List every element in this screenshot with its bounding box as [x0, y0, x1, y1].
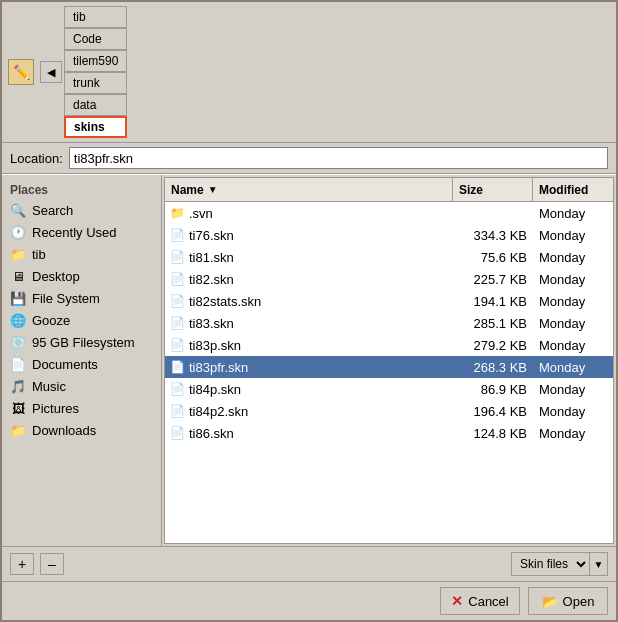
file-modified-cell: Monday — [533, 228, 613, 243]
sidebar-item[interactable]: 📄 Documents — [2, 353, 161, 375]
sidebar-item[interactable]: 🖼 Pictures — [2, 397, 161, 419]
file-size-cell: 268.3 KB — [453, 360, 533, 375]
file-size-cell: 334.3 KB — [453, 228, 533, 243]
table-row[interactable]: 📁 .svn Monday — [165, 202, 613, 224]
sidebar-item-label: Gooze — [32, 313, 70, 328]
filter-select[interactable]: Skin files — [511, 552, 590, 576]
sidebar-item[interactable]: 🖥 Desktop — [2, 265, 161, 287]
file-modified-cell: Monday — [533, 382, 613, 397]
sidebar-item[interactable]: 📁 tib — [2, 243, 161, 265]
col-header-size[interactable]: Size — [453, 178, 533, 201]
breadcrumb-part[interactable]: Code — [64, 28, 127, 50]
sidebar-item[interactable]: 💾 File System — [2, 287, 161, 309]
folder-icon: 📁 — [10, 246, 26, 262]
sidebar-item[interactable]: 🎵 Music — [2, 375, 161, 397]
file-modified-cell: Monday — [533, 250, 613, 265]
nav-back-button[interactable]: ◀ — [40, 61, 62, 83]
sidebar: Places 🔍 Search 🕐 Recently Used 📁 tib 🖥 … — [2, 175, 162, 546]
file-name-cell: 📄 ti84p2.skn — [165, 403, 453, 419]
breadcrumb-part[interactable]: data — [64, 94, 127, 116]
filter-dropdown: Skin files ▼ — [511, 552, 608, 576]
table-row[interactable]: 📄 ti83.skn 285.1 KB Monday — [165, 312, 613, 334]
sidebar-item[interactable]: 💿 95 GB Filesystem — [2, 331, 161, 353]
sidebar-section-places: Places — [2, 179, 161, 199]
cancel-icon: ✕ — [451, 593, 463, 609]
table-row[interactable]: 📄 ti83p.skn 279.2 KB Monday — [165, 334, 613, 356]
table-row[interactable]: 📄 ti83pfr.skn 268.3 KB Monday — [165, 356, 613, 378]
sidebar-item-label: Pictures — [32, 401, 79, 416]
sidebar-item-label: File System — [32, 291, 100, 306]
file-icon: 📄 — [169, 293, 185, 309]
sidebar-item-label: tib — [32, 247, 46, 262]
filter-arrow[interactable]: ▼ — [590, 552, 608, 576]
file-name: ti84p2.skn — [189, 404, 248, 419]
add-button[interactable]: + — [10, 553, 34, 575]
file-name: ti76.skn — [189, 228, 234, 243]
cancel-button[interactable]: ✕ Cancel — [440, 587, 520, 615]
app-icon: ✏️ — [8, 59, 34, 85]
folder-icon: 💿 — [10, 334, 26, 350]
file-name-cell: 📄 ti76.skn — [165, 227, 453, 243]
table-row[interactable]: 📄 ti84p.skn 86.9 KB Monday — [165, 378, 613, 400]
folder-icon: 🕐 — [10, 224, 26, 240]
file-name: ti86.skn — [189, 426, 234, 441]
file-icon: 📄 — [169, 425, 185, 441]
breadcrumb-part[interactable]: tilem590 — [64, 50, 127, 72]
file-icon: 📄 — [169, 271, 185, 287]
file-name-cell: 📄 ti86.skn — [165, 425, 453, 441]
table-row[interactable]: 📄 ti82stats.skn 194.1 KB Monday — [165, 290, 613, 312]
folder-icon: 🖥 — [10, 268, 26, 284]
table-row[interactable]: 📄 ti81.skn 75.6 KB Monday — [165, 246, 613, 268]
file-name-cell: 📁 .svn — [165, 205, 453, 221]
file-modified-cell: Monday — [533, 316, 613, 331]
breadcrumb-part[interactable]: tib — [64, 6, 127, 28]
sidebar-item-label: Desktop — [32, 269, 80, 284]
breadcrumb-part[interactable]: skins — [64, 116, 127, 138]
folder-icon: 🎵 — [10, 378, 26, 394]
file-name-cell: 📄 ti83.skn — [165, 315, 453, 331]
file-modified-cell: Monday — [533, 294, 613, 309]
sidebar-item-label: Documents — [32, 357, 98, 372]
file-name: ti82stats.skn — [189, 294, 261, 309]
remove-button[interactable]: – — [40, 553, 64, 575]
open-button[interactable]: 📂 Open — [528, 587, 608, 615]
sidebar-item-label: 95 GB Filesystem — [32, 335, 135, 350]
file-name: ti83p.skn — [189, 338, 241, 353]
sidebar-item[interactable]: 🌐 Gooze — [2, 309, 161, 331]
file-size-cell: 285.1 KB — [453, 316, 533, 331]
breadcrumb-part[interactable]: trunk — [64, 72, 127, 94]
sidebar-item-label: Search — [32, 203, 73, 218]
file-icon: 📄 — [169, 381, 185, 397]
sidebar-item[interactable]: 🕐 Recently Used — [2, 221, 161, 243]
action-bar: ✕ Cancel 📂 Open — [2, 581, 616, 620]
file-size-cell: 194.1 KB — [453, 294, 533, 309]
titlebar: ✏️ ◀ tibCodetilem590trunkdataskins — [2, 2, 616, 143]
col-header-modified[interactable]: Modified — [533, 178, 613, 201]
file-icon: 📄 — [169, 337, 185, 353]
sidebar-item[interactable]: 📁 Downloads — [2, 419, 161, 441]
table-row[interactable]: 📄 ti76.skn 334.3 KB Monday — [165, 224, 613, 246]
file-icon: 📄 — [169, 315, 185, 331]
file-name-cell: 📄 ti82stats.skn — [165, 293, 453, 309]
table-row[interactable]: 📄 ti84p2.skn 196.4 KB Monday — [165, 400, 613, 422]
location-bar: Location: — [2, 143, 616, 174]
file-size-cell: 124.8 KB — [453, 426, 533, 441]
location-input[interactable] — [69, 147, 608, 169]
table-row[interactable]: 📄 ti86.skn 124.8 KB Monday — [165, 422, 613, 444]
table-row[interactable]: 📄 ti82.skn 225.7 KB Monday — [165, 268, 613, 290]
file-modified-cell: Monday — [533, 272, 613, 287]
file-name: ti84p.skn — [189, 382, 241, 397]
open-icon: 📂 — [542, 594, 558, 609]
folder-icon: 💾 — [10, 290, 26, 306]
col-header-name[interactable]: Name ▼ — [165, 178, 453, 201]
sidebar-item-label: Recently Used — [32, 225, 117, 240]
file-icon: 📄 — [169, 403, 185, 419]
sidebar-item[interactable]: 🔍 Search — [2, 199, 161, 221]
file-icon: 📄 — [169, 227, 185, 243]
file-name-cell: 📄 ti84p.skn — [165, 381, 453, 397]
main-area: Places 🔍 Search 🕐 Recently Used 📁 tib 🖥 … — [2, 174, 616, 546]
filelist-container: Name ▼ Size Modified 📁 .svn Monday 📄 ti7… — [164, 177, 614, 544]
folder-icon: 🌐 — [10, 312, 26, 328]
file-name: ti81.skn — [189, 250, 234, 265]
file-size-cell: 75.6 KB — [453, 250, 533, 265]
